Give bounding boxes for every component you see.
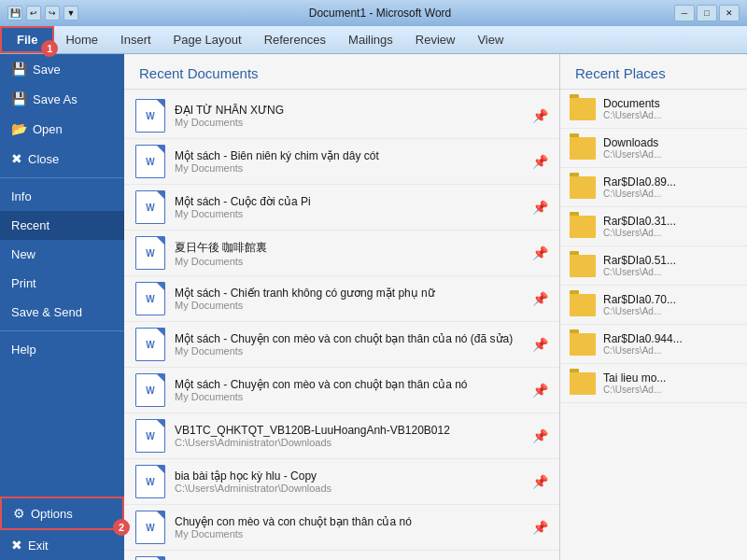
doc-title: Một sách - Chuyện con mèo và con chuột b… (175, 332, 523, 345)
pin-icon[interactable]: 📌 (532, 474, 548, 489)
tab-mailings[interactable]: Mailings (337, 26, 404, 53)
pin-icon[interactable]: 📌 (532, 200, 548, 215)
place-path: C:\Users\Ad... (603, 228, 676, 238)
place-list-item[interactable]: Rar$DIa0.70... C:\Users\Ad... (560, 286, 747, 325)
doc-list-item[interactable]: W bia bài tập học kỳ hlu - Copy C:\Users… (124, 459, 559, 505)
sidebar-item-recent-label: Recent (11, 218, 49, 232)
doc-title: Một sách - Chiến tranh không có gương mặ… (175, 287, 523, 300)
doc-list-item[interactable]: W Một sách - Chuyện con mèo và con chuột… (124, 322, 559, 368)
place-list-item[interactable]: Rar$DIa0.944... C:\Users\Ad... (560, 325, 747, 364)
sidebar-item-save[interactable]: 💾 Save (0, 54, 124, 84)
doc-list-item[interactable]: W Một sách - Chuyện con mèo và con chuột… (124, 368, 559, 413)
place-path: C:\Users\Ad... (603, 385, 666, 395)
place-list-item[interactable]: Documents C:\Users\Ad... (560, 90, 747, 129)
pin-icon[interactable]: 📌 (532, 428, 548, 443)
place-name: Rar$DIa0.70... (603, 293, 676, 306)
place-name: Tai lieu mo... (603, 371, 666, 385)
doc-list-item[interactable]: W Một sách - Biên niên ký chim vặn dây c… (124, 139, 559, 185)
doc-list-item[interactable]: W ĐẠI TỪ NHÂN XƯNG My Documents 📌 (124, 93, 559, 139)
sidebar-item-recent[interactable]: Recent (0, 211, 124, 240)
tab-review[interactable]: Review (404, 26, 467, 53)
doc-icon: W (135, 236, 165, 270)
place-list-item[interactable]: Rar$DIa0.31... C:\Users\Ad... (560, 207, 747, 246)
place-list-item[interactable]: Rar$DIa0.89... C:\Users\Ad... (560, 168, 747, 207)
window-controls: ─ □ ✕ (674, 5, 740, 21)
pin-icon[interactable]: 📌 (532, 337, 548, 352)
folder-icon (570, 137, 596, 160)
sidebar-item-print[interactable]: Print (0, 269, 124, 298)
doc-info: bia bài tập học kỳ hlu - Copy C:\Users\A… (175, 469, 523, 494)
place-info: Rar$DIa0.944... C:\Users\Ad... (603, 332, 683, 356)
sidebar-item-info[interactable]: Info (0, 182, 124, 211)
tab-references[interactable]: References (253, 26, 337, 53)
place-name: Rar$DIa0.944... (603, 332, 683, 345)
doc-info: VB1TC_QHKTQT_VB120B-LuuHoangAnh-VB120B01… (175, 424, 523, 448)
recent-places-panel: Recent Places Documents C:\Users\Ad... D… (560, 54, 747, 560)
place-info: Rar$DIa0.70... C:\Users\Ad... (603, 293, 676, 316)
minimize-button[interactable]: ─ (674, 5, 695, 21)
save-as-icon: 💾 (11, 91, 27, 106)
pin-icon[interactable]: 📌 (532, 245, 548, 260)
sidebar-item-save-label: Save (33, 63, 61, 77)
doc-list-item[interactable]: W Một sách - Chiến tranh không có gương … (124, 276, 559, 322)
place-info: Rar$DIa0.31... C:\Users\Ad... (603, 215, 676, 238)
doc-list-item[interactable]: W Một sách - Cuộc đời của Pi My Document… (124, 185, 559, 231)
doc-icon: W (135, 328, 165, 361)
pin-icon[interactable]: 📌 (532, 383, 548, 398)
doc-icon: W (135, 145, 165, 178)
undo-icon[interactable]: ↩ (26, 6, 41, 21)
redo-icon[interactable]: ↪ (45, 6, 60, 21)
doc-list-item[interactable]: W Chuyện con mèo và con chuột bạn thân c… (124, 505, 559, 551)
sidebar-divider-2 (0, 330, 124, 331)
pin-icon[interactable]: 📌 (532, 108, 548, 123)
place-path: C:\Users\Ad... (603, 345, 683, 356)
place-list-item[interactable]: Rar$DIa0.51... C:\Users\Ad... (560, 246, 747, 286)
doc-info: Một sách - Chiến tranh không có gương mặ… (175, 287, 523, 311)
sidebar-item-open[interactable]: 📂 Open (0, 114, 124, 144)
pin-icon[interactable]: 📌 (532, 520, 548, 535)
sidebar-item-info-label: Info (11, 189, 32, 203)
folder-icon (570, 255, 596, 277)
pin-icon[interactable]: 📌 (532, 291, 548, 306)
doc-icon: W (135, 373, 165, 407)
doc-info: Một sách - Biên niên ký chim vặn dây cót… (175, 149, 523, 174)
doc-title: 夏日午後 咖啡館裏 (175, 240, 523, 256)
sidebar-item-save-send-label: Save & Send (11, 305, 82, 319)
file-tab-label: File (17, 33, 37, 47)
sidebar: 💾 Save 💾 Save As 📂 Open ✖ Close Info Rec… (0, 54, 124, 560)
place-list-item[interactable]: Downloads C:\Users\Ad... (560, 129, 747, 168)
place-name: Rar$DIa0.51... (603, 254, 676, 267)
ribbon: File 1 Home Insert Page Layout Reference… (0, 26, 747, 54)
sidebar-item-help[interactable]: Help (0, 335, 124, 364)
tab-home[interactable]: Home (54, 26, 109, 53)
maximize-button[interactable]: □ (697, 5, 717, 21)
exit-icon: ✖ (11, 538, 22, 553)
sidebar-item-exit[interactable]: ✖ Exit (0, 530, 124, 560)
tab-view[interactable]: View (466, 26, 514, 53)
doc-list[interactable]: W ĐẠI TỪ NHÂN XƯNG My Documents 📌 W Một … (124, 90, 559, 560)
place-list-item[interactable]: Tai lieu mo... C:\Users\Ad... (560, 364, 747, 403)
doc-path: My Documents (175, 256, 523, 267)
sidebar-item-print-label: Print (11, 276, 36, 290)
doc-path: My Documents (175, 528, 523, 539)
doc-title: Một sách - Chuyện con mèo và con chuột b… (175, 378, 523, 391)
file-tab[interactable]: File 1 (0, 26, 54, 53)
annotation-badge-2: 2 (113, 519, 130, 536)
doc-list-item[interactable]: W 夏日午後 咖啡館裏 My Documents 📌 (124, 231, 559, 276)
doc-path: C:\Users\Administrator\Downloads (175, 437, 523, 448)
sidebar-item-options[interactable]: ⚙ Options 2 (0, 497, 124, 530)
sidebar-item-new[interactable]: New (0, 240, 124, 269)
tab-insert[interactable]: Insert (109, 26, 162, 53)
sidebar-item-save-as[interactable]: 💾 Save As (0, 84, 124, 114)
doc-list-item[interactable]: W VB1TC_QHKTQT_VB120B-LuuHoangAnh-VB120B… (124, 413, 559, 459)
sidebar-item-close-label: Close (28, 152, 59, 166)
quick-save-icon[interactable]: 💾 (7, 6, 22, 21)
sidebar-divider-1 (0, 177, 124, 178)
sidebar-item-save-send[interactable]: Save & Send (0, 298, 124, 327)
close-button[interactable]: ✕ (719, 5, 740, 21)
sidebar-item-close[interactable]: ✖ Close (0, 144, 124, 174)
doc-list-item[interactable]: W LLNNPL-VB1HLUK20-LuuHoangAnh-VB120B22 … (124, 551, 559, 560)
pin-icon[interactable]: 📌 (532, 154, 548, 169)
tab-page-layout[interactable]: Page Layout (162, 26, 253, 53)
dropdown-icon[interactable]: ▼ (63, 6, 78, 21)
